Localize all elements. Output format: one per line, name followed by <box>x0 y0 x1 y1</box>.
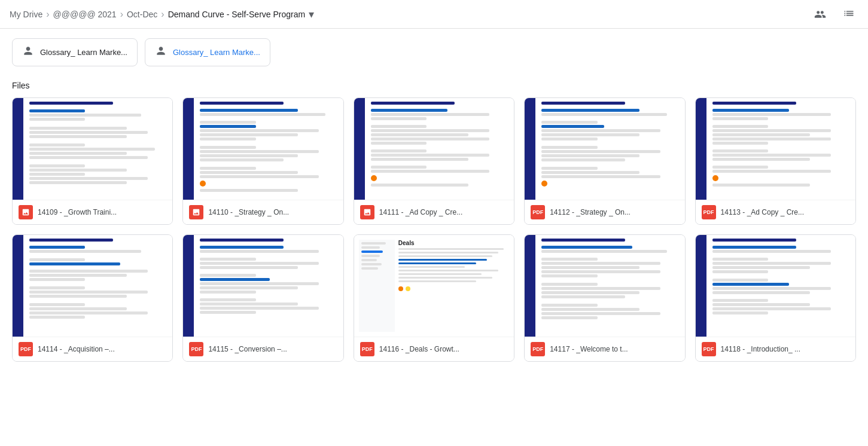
file-footer-14110: 14110 - _Strategy _ On... <box>183 200 343 224</box>
file-name-14109: 14109 - _Growth Traini... <box>38 208 117 216</box>
file-name-14111: 14111 - _Ad Copy _ Cre... <box>379 208 462 216</box>
file-type-icon-14117: PDF <box>531 342 545 356</box>
breadcrumb-sep-1: › <box>46 9 49 20</box>
shortcuts-section: Glossary_ Learn Marke... Glossary_ Learn… <box>12 38 856 66</box>
file-thumbnail-14109 <box>13 98 172 200</box>
file-name-14118: 14118 - _Introduction_ ... <box>721 345 800 353</box>
file-type-icon-14118: PDF <box>702 342 716 356</box>
file-name-14112: 14112 - _Strategy _ On... <box>550 208 631 216</box>
list-view-icon <box>843 8 855 20</box>
file-thumbnail-14110 <box>183 98 343 200</box>
file-type-icon-14111 <box>360 205 374 219</box>
main-content: Glossary_ Learn Marke... Glossary_ Learn… <box>0 29 868 371</box>
file-footer-14117: PDF 14117 - _Welcome to t... <box>525 337 684 361</box>
breadcrumb-my-drive[interactable]: My Drive <box>10 10 42 19</box>
breadcrumb-bar: My Drive › @@@@@ 2021 › Oct-Dec › Demand… <box>0 0 868 29</box>
file-type-icon-14113: PDF <box>702 205 716 219</box>
file-thumbnail-14118 <box>696 235 855 337</box>
share-button[interactable] <box>811 5 830 24</box>
file-card-14112[interactable]: PDF 14112 - _Strategy _ On... <box>524 97 685 225</box>
file-type-icon-14110 <box>189 205 203 219</box>
file-name-14116: 14116 - _Deals - Growt... <box>379 345 459 353</box>
file-card-14110[interactable]: 14110 - _Strategy _ On... <box>182 97 343 225</box>
file-card-14111[interactable]: 14111 - _Ad Copy _ Cre... <box>354 97 514 225</box>
file-footer-14111: 14111 - _Ad Copy _ Cre... <box>354 200 514 224</box>
dropdown-icon[interactable]: ▾ <box>309 8 314 21</box>
breadcrumb-sep-2: › <box>120 9 123 20</box>
file-type-icon-14115: PDF <box>189 342 203 356</box>
file-footer-14114: PDF 14114 - _Acquisition –... <box>13 337 172 361</box>
breadcrumb-sep-3: › <box>161 9 164 20</box>
file-type-icon-14116: PDF <box>360 342 374 356</box>
shortcut-label-2: Glossary_ Learn Marke... <box>173 48 260 57</box>
file-name-14110: 14110 - _Strategy _ On... <box>208 208 289 216</box>
file-footer-14113: PDF 14113 - _Ad Copy _ Cre... <box>696 200 855 224</box>
breadcrumb-oct-dec[interactable]: Oct-Dec <box>127 10 157 19</box>
file-card-14109[interactable]: 14109 - _Growth Traini... <box>12 97 173 225</box>
breadcrumb-current[interactable]: Demand Curve - Self-Serve Program <box>168 10 306 19</box>
file-card-14116[interactable]: Deals <box>354 234 514 362</box>
file-footer-14115: PDF 14115 - _Conversion –... <box>183 337 343 361</box>
file-card-14113[interactable]: PDF 14113 - _Ad Copy _ Cre... <box>695 97 856 225</box>
file-type-icon-14109 <box>19 205 33 219</box>
file-footer-14109: 14109 - _Growth Traini... <box>13 200 172 224</box>
file-footer-14112: PDF 14112 - _Strategy _ On... <box>525 200 684 224</box>
breadcrumb-2021[interactable]: @@@@@ 2021 <box>53 10 117 19</box>
shortcut-2[interactable]: Glossary_ Learn Marke... <box>145 38 270 66</box>
shortcut-label-1: Glossary_ Learn Marke... <box>40 48 127 57</box>
file-thumbnail-14112 <box>525 98 684 200</box>
file-name-14113: 14113 - _Ad Copy _ Cre... <box>721 208 804 216</box>
file-name-14115: 14115 - _Conversion –... <box>208 345 287 353</box>
file-footer-14116: PDF 14116 - _Deals - Growt... <box>354 337 514 361</box>
shortcut-person-icon-2 <box>155 45 167 60</box>
file-thumbnail-14117 <box>525 235 684 337</box>
people-icon <box>814 8 826 20</box>
file-card-14114[interactable]: PDF 14114 - _Acquisition –... <box>12 234 173 362</box>
file-card-14118[interactable]: PDF 14118 - _Introduction_ ... <box>695 234 856 362</box>
file-card-14117[interactable]: PDF 14117 - _Welcome to t... <box>524 234 685 362</box>
shortcut-1[interactable]: Glossary_ Learn Marke... <box>12 38 138 66</box>
files-grid: 14109 - _Growth Traini... <box>12 97 856 362</box>
header-actions <box>811 5 858 24</box>
files-section-label: Files <box>12 81 856 90</box>
file-card-14115[interactable]: PDF 14115 - _Conversion –... <box>182 234 343 362</box>
file-footer-14118: PDF 14118 - _Introduction_ ... <box>696 337 855 361</box>
file-thumbnail-14114 <box>13 235 172 337</box>
shortcut-person-icon-1 <box>22 45 34 60</box>
file-name-14114: 14114 - _Acquisition –... <box>38 345 115 353</box>
file-type-icon-14112: PDF <box>531 205 545 219</box>
file-type-icon-14114: PDF <box>19 342 33 356</box>
file-name-14117: 14117 - _Welcome to t... <box>550 345 628 353</box>
file-thumbnail-14113 <box>696 98 855 200</box>
file-thumbnail-14111 <box>354 98 514 200</box>
file-thumbnail-14116: Deals <box>354 235 514 337</box>
view-toggle-button[interactable] <box>839 5 858 24</box>
file-thumbnail-14115 <box>183 235 343 337</box>
